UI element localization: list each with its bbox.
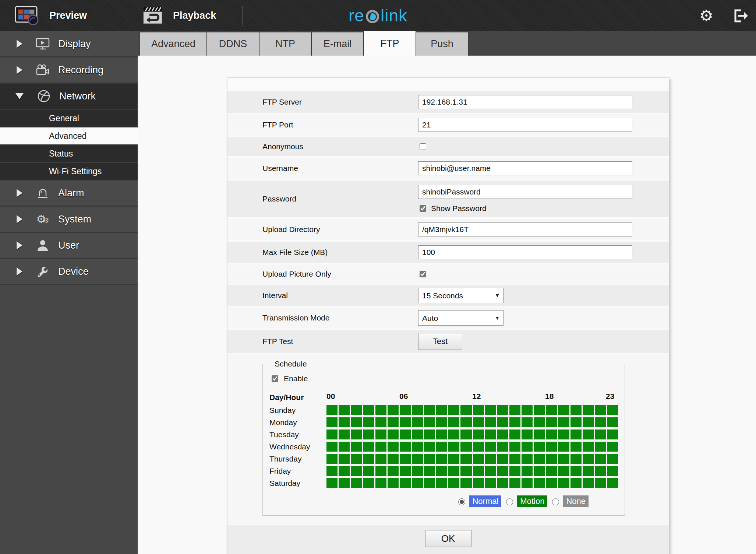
schedule-cell[interactable] bbox=[400, 405, 411, 415]
schedule-cell[interactable] bbox=[388, 466, 399, 476]
schedule-cell[interactable] bbox=[424, 478, 435, 488]
sidebar-subitem-general[interactable]: General bbox=[0, 110, 138, 127]
schedule-cell[interactable] bbox=[326, 466, 338, 476]
schedule-cell[interactable] bbox=[607, 417, 618, 427]
schedule-cell[interactable] bbox=[448, 417, 459, 427]
mode-label-none[interactable]: None bbox=[563, 495, 589, 507]
schedule-cell[interactable] bbox=[546, 478, 557, 488]
schedule-cell[interactable] bbox=[509, 478, 520, 488]
schedule-cell[interactable] bbox=[448, 442, 459, 452]
schedule-cell[interactable] bbox=[448, 478, 459, 488]
schedule-cell[interactable] bbox=[412, 442, 423, 452]
interval-select[interactable]: 15 Seconds bbox=[418, 288, 504, 303]
schedule-cell[interactable] bbox=[570, 429, 582, 439]
tab-advanced[interactable]: Advanced bbox=[140, 32, 207, 56]
schedule-cell[interactable] bbox=[509, 454, 520, 464]
sidebar-item-network[interactable]: Network bbox=[0, 84, 138, 110]
schedule-cell[interactable] bbox=[388, 478, 399, 488]
schedule-cell[interactable] bbox=[375, 454, 386, 464]
schedule-cell[interactable] bbox=[375, 417, 386, 427]
schedule-cell[interactable] bbox=[497, 405, 508, 415]
schedule-cell[interactable] bbox=[412, 478, 423, 488]
upload-picture-only-checkbox[interactable] bbox=[420, 271, 426, 277]
username-input[interactable] bbox=[418, 161, 632, 175]
sidebar-subitem-status[interactable]: Status bbox=[0, 145, 138, 163]
schedule-cell[interactable] bbox=[388, 417, 399, 427]
schedule-cell[interactable] bbox=[485, 417, 496, 427]
schedule-cell[interactable] bbox=[534, 478, 545, 488]
schedule-cell[interactable] bbox=[546, 405, 557, 415]
schedule-cell[interactable] bbox=[485, 405, 496, 415]
schedule-cell[interactable] bbox=[570, 478, 582, 488]
schedule-cell[interactable] bbox=[583, 454, 594, 464]
schedule-cell[interactable] bbox=[485, 442, 496, 452]
schedule-cell[interactable] bbox=[339, 405, 350, 415]
schedule-cell[interactable] bbox=[473, 429, 484, 439]
schedule-cell[interactable] bbox=[326, 405, 338, 415]
schedule-cell[interactable] bbox=[326, 417, 338, 427]
schedule-cell[interactable] bbox=[436, 417, 447, 427]
schedule-cell[interactable] bbox=[473, 405, 484, 415]
schedule-cell[interactable] bbox=[607, 405, 618, 415]
schedule-cell[interactable] bbox=[607, 478, 618, 488]
schedule-cell[interactable] bbox=[460, 454, 471, 464]
tab-ddns[interactable]: DDNS bbox=[207, 32, 259, 56]
sidebar-item-alarm[interactable]: Alarm bbox=[0, 180, 138, 207]
schedule-cell[interactable] bbox=[400, 478, 411, 488]
schedule-cell[interactable] bbox=[558, 429, 569, 439]
schedule-cell[interactable] bbox=[595, 466, 606, 476]
schedule-cell[interactable] bbox=[534, 466, 545, 476]
schedule-cell[interactable] bbox=[607, 429, 618, 439]
preview-button[interactable]: Preview bbox=[15, 5, 87, 27]
schedule-cell[interactable] bbox=[570, 442, 582, 452]
tab-ntp[interactable]: NTP bbox=[259, 32, 312, 56]
schedule-cell[interactable] bbox=[546, 466, 557, 476]
schedule-cell[interactable] bbox=[412, 405, 423, 415]
schedule-cell[interactable] bbox=[595, 429, 606, 439]
schedule-cell[interactable] bbox=[363, 405, 374, 415]
schedule-cell[interactable] bbox=[424, 454, 435, 464]
schedule-cell[interactable] bbox=[546, 429, 557, 439]
schedule-cell[interactable] bbox=[460, 442, 471, 452]
gear-icon[interactable]: ⚙ bbox=[699, 8, 713, 24]
schedule-cell[interactable] bbox=[509, 442, 520, 452]
schedule-cell[interactable] bbox=[412, 454, 423, 464]
schedule-cell[interactable] bbox=[460, 466, 471, 476]
schedule-cell[interactable] bbox=[473, 417, 484, 427]
schedule-cell[interactable] bbox=[460, 478, 471, 488]
schedule-cell[interactable] bbox=[485, 478, 496, 488]
schedule-cell[interactable] bbox=[424, 405, 435, 415]
upload-directory-input[interactable] bbox=[418, 222, 632, 236]
schedule-cell[interactable] bbox=[497, 417, 508, 427]
schedule-cell[interactable] bbox=[534, 454, 545, 464]
schedule-cell[interactable] bbox=[509, 466, 520, 476]
sidebar-item-user[interactable]: User bbox=[0, 233, 138, 259]
schedule-cell[interactable] bbox=[436, 405, 447, 415]
tab-email[interactable]: E-mail bbox=[312, 32, 364, 56]
schedule-cell[interactable] bbox=[570, 417, 582, 427]
schedule-enable-checkbox[interactable] bbox=[272, 375, 278, 382]
schedule-cell[interactable] bbox=[546, 442, 557, 452]
schedule-cell[interactable] bbox=[400, 417, 411, 427]
ok-button[interactable]: OK bbox=[425, 530, 471, 547]
ftp-server-input[interactable] bbox=[418, 95, 632, 109]
schedule-cell[interactable] bbox=[460, 405, 471, 415]
schedule-cell[interactable] bbox=[412, 417, 423, 427]
anonymous-checkbox[interactable] bbox=[420, 143, 426, 150]
schedule-cell[interactable] bbox=[400, 454, 411, 464]
schedule-cell[interactable] bbox=[375, 405, 386, 415]
schedule-cell[interactable] bbox=[534, 417, 545, 427]
schedule-cell[interactable] bbox=[375, 429, 386, 439]
schedule-cell[interactable] bbox=[522, 454, 533, 464]
schedule-cell[interactable] bbox=[558, 417, 569, 427]
schedule-cell[interactable] bbox=[607, 442, 618, 452]
mode-label-motion[interactable]: Motion bbox=[517, 495, 547, 507]
schedule-cell[interactable] bbox=[448, 429, 459, 439]
schedule-cell[interactable] bbox=[583, 417, 594, 427]
tab-push[interactable]: Push bbox=[416, 32, 469, 56]
sidebar-subitem-advanced[interactable]: Advanced bbox=[0, 127, 138, 145]
schedule-cell[interactable] bbox=[363, 466, 374, 476]
schedule-cell[interactable] bbox=[522, 442, 533, 452]
schedule-cell[interactable] bbox=[400, 466, 411, 476]
schedule-cell[interactable] bbox=[351, 466, 362, 476]
